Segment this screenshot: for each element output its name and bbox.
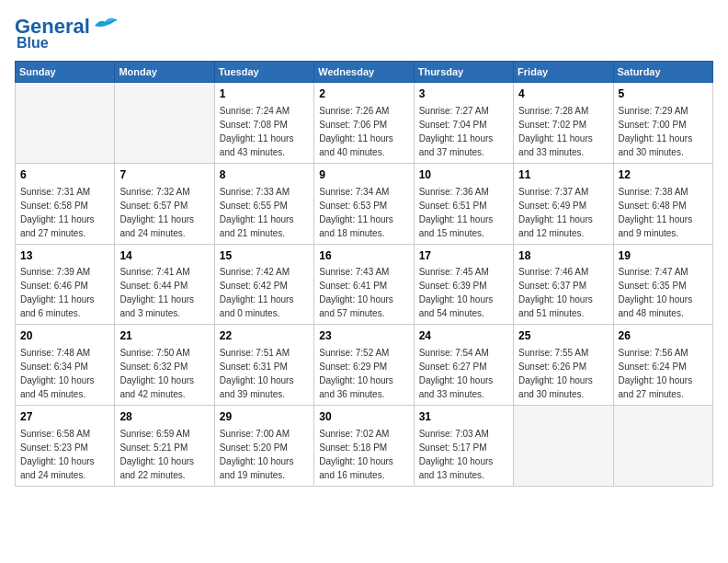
day-info: Sunrise: 7:52 AM Sunset: 6:29 PM Dayligh… <box>319 346 408 401</box>
day-number: 5 <box>619 86 708 102</box>
page-header: General Blue <box>15 15 713 52</box>
calendar-cell: 20Sunrise: 7:48 AM Sunset: 6:34 PM Dayli… <box>16 325 115 406</box>
calendar-cell: 15Sunrise: 7:42 AM Sunset: 6:42 PM Dayli… <box>214 244 313 325</box>
weekday-header-friday: Friday <box>514 62 613 83</box>
day-number: 1 <box>220 86 309 102</box>
calendar-cell: 8Sunrise: 7:33 AM Sunset: 6:55 PM Daylig… <box>214 163 313 244</box>
day-number: 18 <box>518 248 608 264</box>
day-info: Sunrise: 7:29 AM Sunset: 7:00 PM Dayligh… <box>619 104 708 159</box>
calendar-cell: 19Sunrise: 7:47 AM Sunset: 6:35 PM Dayli… <box>613 244 712 325</box>
day-number: 22 <box>220 328 309 344</box>
calendar-week-row: 27Sunrise: 6:58 AM Sunset: 5:23 PM Dayli… <box>16 406 713 487</box>
day-info: Sunrise: 7:28 AM Sunset: 7:02 PM Dayligh… <box>518 104 608 159</box>
calendar-cell: 24Sunrise: 7:54 AM Sunset: 6:27 PM Dayli… <box>414 325 513 406</box>
day-number: 6 <box>20 167 109 183</box>
day-info: Sunrise: 7:54 AM Sunset: 6:27 PM Dayligh… <box>419 346 508 401</box>
weekday-header-wednesday: Wednesday <box>314 62 414 83</box>
day-number: 8 <box>220 167 309 183</box>
calendar-cell: 18Sunrise: 7:46 AM Sunset: 6:37 PM Dayli… <box>514 244 613 325</box>
day-info: Sunrise: 7:00 AM Sunset: 5:20 PM Dayligh… <box>220 427 309 482</box>
day-number: 28 <box>119 409 209 425</box>
day-number: 2 <box>319 86 408 102</box>
calendar-cell: 10Sunrise: 7:36 AM Sunset: 6:51 PM Dayli… <box>414 163 513 244</box>
weekday-header-tuesday: Tuesday <box>214 62 313 83</box>
day-number: 24 <box>419 328 508 344</box>
day-number: 3 <box>419 86 508 102</box>
weekday-header-saturday: Saturday <box>613 62 712 83</box>
day-info: Sunrise: 7:48 AM Sunset: 6:34 PM Dayligh… <box>20 346 109 401</box>
day-number: 10 <box>419 167 508 183</box>
calendar-cell: 25Sunrise: 7:55 AM Sunset: 6:26 PM Dayli… <box>514 325 613 406</box>
logo: General Blue <box>15 15 119 52</box>
day-number: 9 <box>319 167 408 183</box>
calendar-cell: 6Sunrise: 7:31 AM Sunset: 6:58 PM Daylig… <box>16 163 115 244</box>
calendar-week-row: 13Sunrise: 7:39 AM Sunset: 6:46 PM Dayli… <box>16 244 713 325</box>
calendar-cell: 29Sunrise: 7:00 AM Sunset: 5:20 PM Dayli… <box>214 406 313 487</box>
day-number: 25 <box>518 328 608 344</box>
weekday-header-thursday: Thursday <box>414 62 513 83</box>
day-info: Sunrise: 7:56 AM Sunset: 6:24 PM Dayligh… <box>619 346 708 401</box>
calendar-cell: 26Sunrise: 7:56 AM Sunset: 6:24 PM Dayli… <box>613 325 712 406</box>
calendar-cell: 17Sunrise: 7:45 AM Sunset: 6:39 PM Dayli… <box>414 244 513 325</box>
day-info: Sunrise: 7:31 AM Sunset: 6:58 PM Dayligh… <box>20 185 109 240</box>
day-number: 14 <box>119 248 209 264</box>
day-info: Sunrise: 7:02 AM Sunset: 5:18 PM Dayligh… <box>319 427 408 482</box>
day-info: Sunrise: 7:51 AM Sunset: 6:31 PM Dayligh… <box>220 346 309 401</box>
calendar-cell: 27Sunrise: 6:58 AM Sunset: 5:23 PM Dayli… <box>16 406 115 487</box>
calendar-week-row: 20Sunrise: 7:48 AM Sunset: 6:34 PM Dayli… <box>16 325 713 406</box>
day-info: Sunrise: 7:39 AM Sunset: 6:46 PM Dayligh… <box>20 265 109 320</box>
calendar-cell: 4Sunrise: 7:28 AM Sunset: 7:02 PM Daylig… <box>514 83 613 164</box>
calendar-cell: 5Sunrise: 7:29 AM Sunset: 7:00 PM Daylig… <box>613 83 712 164</box>
day-info: Sunrise: 7:24 AM Sunset: 7:08 PM Dayligh… <box>220 104 309 159</box>
day-number: 7 <box>119 167 209 183</box>
calendar-cell: 2Sunrise: 7:26 AM Sunset: 7:06 PM Daylig… <box>314 83 414 164</box>
day-number: 12 <box>619 167 708 183</box>
logo-blue: Blue <box>17 35 49 52</box>
day-info: Sunrise: 7:03 AM Sunset: 5:17 PM Dayligh… <box>419 427 508 482</box>
weekday-header-sunday: Sunday <box>16 62 115 83</box>
calendar-cell: 1Sunrise: 7:24 AM Sunset: 7:08 PM Daylig… <box>214 83 313 164</box>
day-number: 27 <box>20 409 109 425</box>
day-info: Sunrise: 7:36 AM Sunset: 6:51 PM Dayligh… <box>419 185 508 240</box>
calendar-cell: 31Sunrise: 7:03 AM Sunset: 5:17 PM Dayli… <box>414 406 513 487</box>
day-info: Sunrise: 7:43 AM Sunset: 6:41 PM Dayligh… <box>319 265 408 320</box>
day-number: 29 <box>220 409 309 425</box>
calendar-week-row: 6Sunrise: 7:31 AM Sunset: 6:58 PM Daylig… <box>16 163 713 244</box>
calendar-table: SundayMondayTuesdayWednesdayThursdayFrid… <box>15 61 713 487</box>
weekday-header-monday: Monday <box>115 62 214 83</box>
calendar-cell: 3Sunrise: 7:27 AM Sunset: 7:04 PM Daylig… <box>414 83 513 164</box>
day-info: Sunrise: 7:27 AM Sunset: 7:04 PM Dayligh… <box>419 104 508 159</box>
day-info: Sunrise: 7:55 AM Sunset: 6:26 PM Dayligh… <box>518 346 608 401</box>
day-info: Sunrise: 7:26 AM Sunset: 7:06 PM Dayligh… <box>319 104 408 159</box>
day-info: Sunrise: 7:33 AM Sunset: 6:55 PM Dayligh… <box>220 185 309 240</box>
day-number: 26 <box>619 328 708 344</box>
day-info: Sunrise: 7:34 AM Sunset: 6:53 PM Dayligh… <box>319 185 408 240</box>
calendar-cell: 23Sunrise: 7:52 AM Sunset: 6:29 PM Dayli… <box>314 325 414 406</box>
day-info: Sunrise: 7:37 AM Sunset: 6:49 PM Dayligh… <box>518 185 608 240</box>
calendar-cell <box>613 406 712 487</box>
day-info: Sunrise: 7:47 AM Sunset: 6:35 PM Dayligh… <box>619 265 708 320</box>
day-number: 23 <box>319 328 408 344</box>
logo-bird-icon <box>93 17 119 33</box>
day-info: Sunrise: 7:38 AM Sunset: 6:48 PM Dayligh… <box>619 185 708 240</box>
day-number: 20 <box>20 328 109 344</box>
calendar-cell: 9Sunrise: 7:34 AM Sunset: 6:53 PM Daylig… <box>314 163 414 244</box>
calendar-cell: 16Sunrise: 7:43 AM Sunset: 6:41 PM Dayli… <box>314 244 414 325</box>
calendar-cell <box>16 83 115 164</box>
day-number: 13 <box>20 248 109 264</box>
day-info: Sunrise: 7:45 AM Sunset: 6:39 PM Dayligh… <box>419 265 508 320</box>
calendar-cell: 14Sunrise: 7:41 AM Sunset: 6:44 PM Dayli… <box>115 244 214 325</box>
calendar-cell: 21Sunrise: 7:50 AM Sunset: 6:32 PM Dayli… <box>115 325 214 406</box>
day-number: 11 <box>518 167 608 183</box>
day-number: 15 <box>220 248 309 264</box>
calendar-cell: 11Sunrise: 7:37 AM Sunset: 6:49 PM Dayli… <box>514 163 613 244</box>
day-info: Sunrise: 6:58 AM Sunset: 5:23 PM Dayligh… <box>20 427 109 482</box>
day-info: Sunrise: 7:50 AM Sunset: 6:32 PM Dayligh… <box>119 346 209 401</box>
day-number: 21 <box>119 328 209 344</box>
calendar-cell: 30Sunrise: 7:02 AM Sunset: 5:18 PM Dayli… <box>314 406 414 487</box>
calendar-cell: 13Sunrise: 7:39 AM Sunset: 6:46 PM Dayli… <box>16 244 115 325</box>
day-info: Sunrise: 7:41 AM Sunset: 6:44 PM Dayligh… <box>119 265 209 320</box>
day-info: Sunrise: 6:59 AM Sunset: 5:21 PM Dayligh… <box>119 427 209 482</box>
calendar-header-row: SundayMondayTuesdayWednesdayThursdayFrid… <box>16 62 713 83</box>
calendar-cell: 7Sunrise: 7:32 AM Sunset: 6:57 PM Daylig… <box>115 163 214 244</box>
